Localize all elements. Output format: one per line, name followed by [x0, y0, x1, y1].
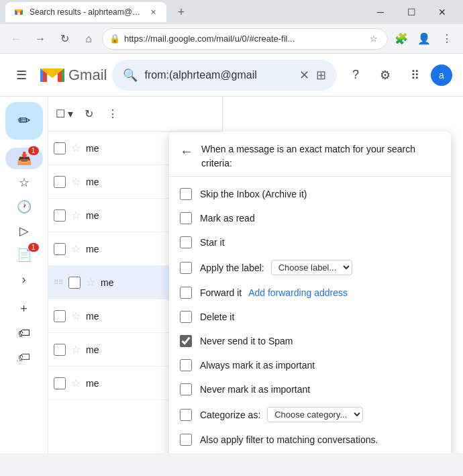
select-all-button[interactable]: ☐ ▾: [54, 103, 75, 125]
apply-label-label: Apply the label: Choose label...: [200, 260, 352, 275]
apply-label-checkbox[interactable]: [180, 262, 192, 274]
extensions-button[interactable]: 🧩: [391, 28, 412, 50]
star-button[interactable]: ☆: [71, 142, 81, 154]
sidebar-item-more[interactable]: ›: [5, 269, 43, 290]
star-button[interactable]: ☆: [71, 310, 81, 322]
email-checkbox[interactable]: [54, 243, 66, 255]
star-button[interactable]: ☆: [71, 209, 81, 222]
sidebar-item-label1[interactable]: 🏷: [5, 322, 43, 344]
nav-right-buttons: 🧩 👤 ⋮: [391, 28, 458, 50]
star-button[interactable]: ☆: [71, 175, 81, 188]
search-filter-button[interactable]: ⊞: [316, 68, 326, 83]
mark-read-checkbox[interactable]: [180, 212, 192, 224]
star-it-checkbox[interactable]: [180, 236, 192, 248]
gmail-logo: Gmail: [40, 66, 107, 85]
user-avatar[interactable]: a: [431, 64, 452, 86]
chevron-down-icon: ›: [22, 273, 26, 287]
gmail-tab-icon: [13, 7, 24, 17]
delete-it-label: Delete it: [200, 312, 234, 322]
never-important-checkbox[interactable]: [180, 383, 192, 395]
back-nav-button[interactable]: ←: [5, 28, 27, 50]
email-checkbox[interactable]: [68, 277, 81, 289]
filter-options: Skip the Inbox (Archive it) Mark as read…: [169, 177, 451, 453]
label2-icon: 🏷: [18, 350, 30, 365]
reload-button[interactable]: ↻: [54, 28, 75, 50]
active-tab[interactable]: Search results - alphrteam@gma... ✕: [5, 2, 166, 22]
filter-back-button[interactable]: ←: [180, 142, 193, 159]
hamburger-menu[interactable]: ☰: [11, 64, 32, 86]
star-button[interactable]: ☆: [71, 242, 81, 255]
drag-handle[interactable]: ⠿⠿: [54, 279, 63, 286]
main-area: ✏ 📥 1 ☆ 🕐 ▷ 📄 1 › +: [0, 97, 463, 453]
window-controls: ─ ☐ ✕: [365, 0, 458, 24]
sidebar-item-label2[interactable]: 🏷: [5, 346, 43, 368]
lock-icon: 🔒: [109, 34, 120, 44]
email-checkbox[interactable]: [54, 142, 66, 154]
label-select[interactable]: Choose label...: [271, 260, 352, 275]
address-bar[interactable]: 🔒 https://mail.google.com/mail/u/0/#crea…: [102, 28, 388, 50]
maximize-button[interactable]: ☐: [396, 0, 427, 24]
filter-option-also-apply[interactable]: Also apply filter to matching conversati…: [169, 428, 451, 452]
add-icon: +: [20, 302, 28, 316]
apps-button[interactable]: ⠿: [401, 62, 428, 89]
bookmark-icon[interactable]: ☆: [367, 32, 380, 46]
search-bar[interactable]: 🔍 ✕ ⊞: [112, 60, 337, 91]
email-checkbox[interactable]: [54, 344, 66, 356]
more-options-button[interactable]: ⋮: [102, 103, 123, 125]
compose-icon: ✏: [18, 112, 30, 130]
skip-inbox-checkbox[interactable]: [180, 188, 192, 200]
help-button[interactable]: ?: [342, 62, 369, 89]
home-button[interactable]: ⌂: [78, 28, 99, 50]
filter-option-skip-inbox[interactable]: Skip the Inbox (Archive it): [169, 182, 451, 206]
filter-option-forward-it[interactable]: Forward it Add forwarding address: [169, 281, 451, 305]
header-right-buttons: ? ⚙ ⠿ a: [342, 62, 452, 89]
new-tab-button[interactable]: +: [172, 3, 191, 21]
profile-button[interactable]: 👤: [413, 28, 435, 50]
also-apply-checkbox[interactable]: [180, 434, 192, 446]
star-button[interactable]: ☆: [86, 276, 95, 289]
sidebar-item-starred[interactable]: ☆: [5, 172, 43, 193]
gmail-app: ☰ Gmail 🔍 ✕ ⊞ ? ⚙ ⠿ a ✏: [0, 54, 463, 453]
email-checkbox[interactable]: [54, 377, 66, 389]
categorize-checkbox[interactable]: [180, 409, 192, 421]
refresh-button[interactable]: ↻: [78, 103, 99, 125]
filter-option-delete-it[interactable]: Delete it: [169, 305, 451, 329]
sidebar-item-sent[interactable]: ▷: [5, 220, 43, 242]
sidebar-item-drafts[interactable]: 📄 1: [5, 244, 43, 266]
email-checkbox[interactable]: [54, 310, 66, 322]
mark-read-label: Mark as read: [200, 213, 255, 224]
category-select[interactable]: Choose category...: [267, 407, 363, 422]
settings-button[interactable]: ⚙: [372, 62, 399, 89]
compose-button[interactable]: ✏: [5, 102, 43, 140]
email-checkbox[interactable]: [54, 176, 66, 188]
filter-option-always-important[interactable]: Always mark it as important: [169, 353, 451, 377]
drafts-badge: 1: [28, 243, 39, 252]
minimize-button[interactable]: ─: [365, 0, 396, 24]
sidebar-add-label[interactable]: +: [5, 298, 43, 320]
forward-it-checkbox[interactable]: [180, 287, 192, 299]
sidebar-item-inbox[interactable]: 📥 1: [5, 148, 43, 169]
tab-close-button[interactable]: ✕: [148, 7, 158, 17]
close-button[interactable]: ✕: [427, 0, 458, 24]
filter-option-never-important[interactable]: Never mark it as important: [169, 377, 451, 401]
never-spam-checkbox[interactable]: [180, 335, 192, 347]
search-input[interactable]: [144, 69, 293, 81]
forward-nav-button[interactable]: →: [30, 28, 51, 50]
menu-button[interactable]: ⋮: [436, 28, 458, 50]
delete-it-checkbox[interactable]: [180, 311, 192, 323]
add-forwarding-address-link[interactable]: Add forwarding address: [248, 287, 348, 298]
star-button[interactable]: ☆: [71, 377, 81, 389]
always-important-checkbox[interactable]: [180, 359, 192, 371]
filter-option-mark-read[interactable]: Mark as read: [169, 206, 451, 230]
filter-option-star-it[interactable]: Star it: [169, 230, 451, 254]
gmail-header: ☰ Gmail 🔍 ✕ ⊞ ? ⚙ ⠿ a: [0, 54, 463, 97]
gmail-logo-text: Gmail: [68, 66, 107, 84]
filter-option-categorize[interactable]: Categorize as: Choose category...: [169, 401, 451, 428]
sidebar-item-snoozed[interactable]: 🕐: [5, 196, 43, 218]
email-checkbox[interactable]: [54, 209, 66, 222]
filter-option-apply-label[interactable]: Apply the label: Choose label...: [169, 254, 451, 281]
search-clear-button[interactable]: ✕: [299, 68, 309, 83]
also-apply-label: Also apply filter to matching conversati…: [200, 434, 378, 445]
filter-option-never-spam[interactable]: Never send it to Spam: [169, 329, 451, 353]
star-button[interactable]: ☆: [71, 343, 81, 356]
